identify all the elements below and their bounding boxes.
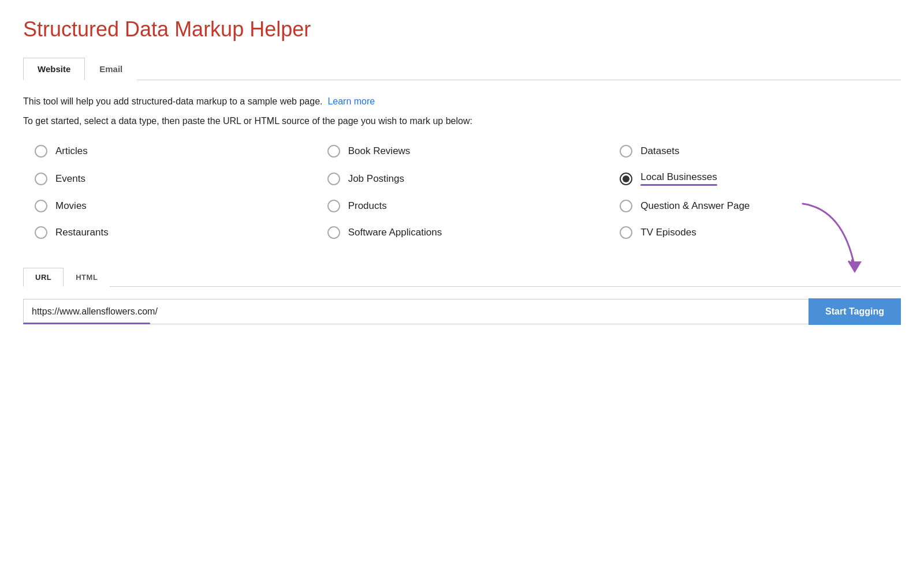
radio-circle-datasets — [620, 145, 632, 158]
radio-software-applications[interactable]: Software Applications — [327, 226, 609, 239]
url-input[interactable] — [23, 299, 808, 324]
radio-label-tv-episodes: TV Episodes — [640, 227, 696, 238]
svg-marker-0 — [848, 261, 862, 273]
radio-label-restaurants: Restaurants — [55, 227, 109, 238]
radio-articles[interactable]: Articles — [35, 145, 316, 158]
radio-circle-software-applications — [327, 226, 340, 239]
tab-website[interactable]: Website — [23, 58, 85, 80]
input-tabs: URL HTML — [23, 268, 901, 287]
radio-label-book-reviews: Book Reviews — [348, 145, 411, 157]
learn-more-link[interactable]: Learn more — [327, 96, 375, 106]
description-text: This tool will help you add structured-d… — [23, 96, 901, 107]
radio-circle-articles — [35, 145, 47, 158]
url-input-wrapper — [23, 299, 808, 324]
input-section: URL HTML Start Tagging — [23, 268, 901, 325]
tab-html[interactable]: HTML — [64, 268, 110, 287]
radio-events[interactable]: Events — [35, 171, 316, 186]
radio-circle-tv-episodes — [620, 226, 632, 239]
radio-label-local-businesses: Local Businesses — [640, 171, 717, 186]
radio-label-question-answer: Question & Answer Page — [640, 200, 750, 212]
radio-circle-events — [35, 173, 47, 185]
radio-label-software-applications: Software Applications — [348, 227, 442, 238]
radio-circle-local-businesses — [620, 173, 632, 185]
radio-local-businesses[interactable]: Local Businesses — [620, 171, 901, 186]
radio-label-movies: Movies — [55, 200, 87, 212]
radio-circle-products — [327, 200, 340, 212]
radio-label-products: Products — [348, 200, 387, 212]
arrow-annotation-icon — [797, 198, 866, 302]
radio-book-reviews[interactable]: Book Reviews — [327, 145, 609, 158]
radio-label-articles: Articles — [55, 145, 88, 157]
radio-datasets[interactable]: Datasets — [620, 145, 901, 158]
radio-products[interactable]: Products — [327, 200, 609, 212]
radio-restaurants[interactable]: Restaurants — [35, 226, 316, 239]
radio-label-datasets: Datasets — [640, 145, 679, 157]
radio-circle-question-answer — [620, 200, 632, 212]
tab-email[interactable]: Email — [85, 58, 137, 80]
radio-circle-job-postings — [327, 173, 340, 185]
description-main: This tool will help you add structured-d… — [23, 96, 323, 106]
url-row: Start Tagging — [23, 298, 901, 325]
data-type-grid: Articles Book Reviews Datasets Events Jo… — [23, 145, 901, 239]
radio-circle-restaurants — [35, 226, 47, 239]
radio-label-job-postings: Job Postings — [348, 173, 404, 185]
url-underline — [23, 323, 150, 324]
main-tabs: Website Email — [23, 58, 901, 80]
radio-label-events: Events — [55, 173, 85, 185]
radio-job-postings[interactable]: Job Postings — [327, 171, 609, 186]
tab-url[interactable]: URL — [23, 268, 64, 287]
start-tagging-button[interactable]: Start Tagging — [808, 298, 901, 325]
page-title: Structured Data Markup Helper — [23, 17, 901, 42]
radio-circle-movies — [35, 200, 47, 212]
instruction-text: To get started, select a data type, then… — [23, 116, 901, 126]
radio-circle-book-reviews — [327, 145, 340, 158]
radio-movies[interactable]: Movies — [35, 200, 316, 212]
